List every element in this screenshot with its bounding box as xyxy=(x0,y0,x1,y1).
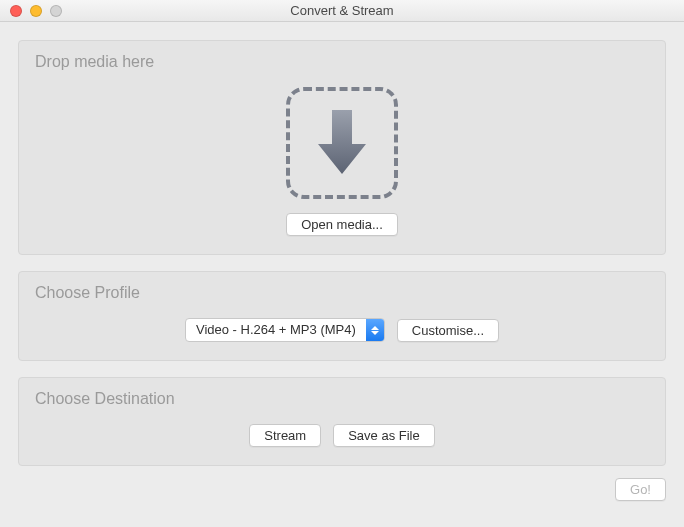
select-stepper-icon xyxy=(366,319,384,341)
open-media-button[interactable]: Open media... xyxy=(286,213,398,236)
zoom-window-button[interactable] xyxy=(50,5,62,17)
drop-media-title: Drop media here xyxy=(35,53,649,71)
profile-select-value: Video - H.264 + MP3 (MP4) xyxy=(186,319,366,341)
choose-profile-title: Choose Profile xyxy=(35,284,649,302)
drop-media-panel: Drop media here Open media... xyxy=(18,40,666,255)
traffic-lights xyxy=(0,5,62,17)
window-title: Convert & Stream xyxy=(0,3,684,18)
profile-select[interactable]: Video - H.264 + MP3 (MP4) xyxy=(185,318,385,342)
choose-destination-title: Choose Destination xyxy=(35,390,649,408)
save-as-file-button[interactable]: Save as File xyxy=(333,424,435,447)
window-titlebar: Convert & Stream xyxy=(0,0,684,22)
media-drop-target[interactable] xyxy=(286,87,398,199)
close-window-button[interactable] xyxy=(10,5,22,17)
choose-profile-panel: Choose Profile Video - H.264 + MP3 (MP4)… xyxy=(18,271,666,361)
go-button[interactable]: Go! xyxy=(615,478,666,501)
choose-destination-panel: Choose Destination Stream Save as File xyxy=(18,377,666,466)
download-arrow-icon xyxy=(314,108,370,178)
stream-button[interactable]: Stream xyxy=(249,424,321,447)
customise-button[interactable]: Customise... xyxy=(397,319,499,342)
minimize-window-button[interactable] xyxy=(30,5,42,17)
